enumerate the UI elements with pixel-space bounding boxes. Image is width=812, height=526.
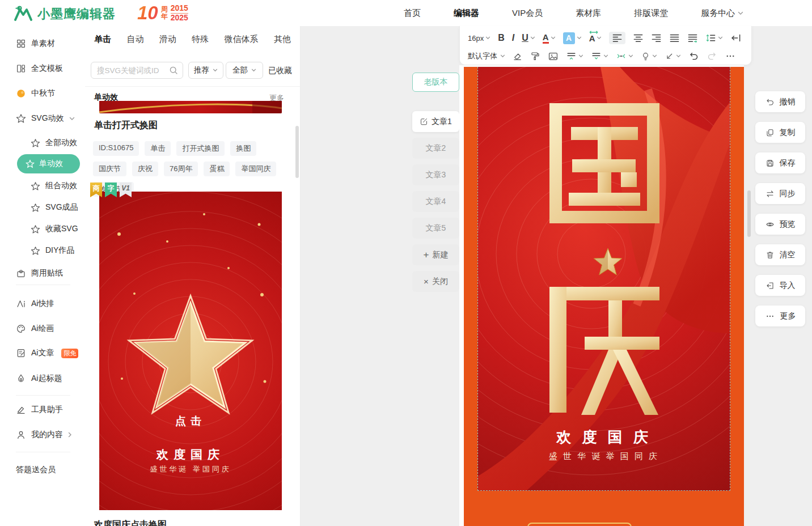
star-icon	[31, 138, 40, 148]
doc-tab-2[interactable]: 文章2	[412, 138, 459, 159]
sidebar-item-tool-assistant[interactable]: 工具助手	[16, 404, 63, 416]
sort-filter-select[interactable]: 推荐	[188, 62, 223, 79]
redo-button[interactable]	[707, 51, 717, 61]
justify-indent-button[interactable]	[687, 33, 698, 43]
app-logo-text[interactable]: 小墨鹰编辑器	[37, 6, 116, 23]
new-doc-button[interactable]: + 新建	[412, 244, 459, 265]
tag[interactable]: 换图	[230, 141, 256, 156]
sidebar-item-mid-autumn[interactable]: 中秋节	[16, 87, 55, 100]
sidebar-item-all-effects[interactable]: 全部动效	[31, 137, 77, 149]
search-icon[interactable]	[169, 66, 178, 75]
card2-poster-thumbnail[interactable]: 点击 欢度国庆 盛世华诞 举国同庆	[99, 192, 282, 510]
align-right-button[interactable]	[651, 33, 662, 43]
clear-action-button[interactable]: 清空	[755, 244, 805, 265]
preview-action-button[interactable]: 预览	[755, 214, 805, 235]
tab-click[interactable]: 单击	[94, 34, 111, 45]
category-filter-select[interactable]: 全部	[226, 62, 263, 79]
highlight-tip-button[interactable]	[641, 51, 657, 61]
copy-action-button[interactable]: 复制	[755, 122, 805, 143]
sidebar-item-single-effect-active[interactable]: 单动效	[17, 154, 80, 173]
left-sidebar: 单素材 全文模板 中秋节 SVG动效 全部动效	[0, 26, 86, 526]
sidebar-item-full-template[interactable]: 全文模板	[16, 62, 63, 75]
sidebar-item-ai-quick-layout[interactable]: Ai快排	[16, 298, 54, 310]
sidebar-item-my-content[interactable]: 我的内容	[16, 429, 72, 441]
corner-arrow-button[interactable]	[665, 52, 681, 61]
tab-slide[interactable]: 滑动	[159, 34, 176, 45]
nav-home[interactable]: 首页	[404, 8, 421, 19]
tag[interactable]: 庆祝	[132, 162, 158, 176]
nav-service-center[interactable]: 服务中心	[701, 8, 743, 19]
doc-tab-4[interactable]: 文章4	[412, 191, 459, 212]
sidebar-item-label: 中秋节	[31, 88, 55, 99]
bold-button[interactable]: B	[498, 33, 505, 43]
tag[interactable]: 打开式换图	[176, 141, 225, 156]
close-doc-button[interactable]: × 关闭	[412, 271, 459, 292]
undo-action-button[interactable]: 撤销	[755, 91, 805, 112]
align-center-button[interactable]	[633, 33, 644, 43]
sidebar-item-ai-title[interactable]: Ai起标题	[16, 372, 62, 385]
italic-button[interactable]: I	[512, 33, 514, 43]
both-side-indent-button[interactable]	[616, 52, 633, 61]
tag[interactable]: 国庆节	[93, 162, 126, 176]
sidebar-item-svg-effects[interactable]: SVG动效	[16, 112, 75, 125]
sidebar-item-single-material[interactable]: 单素材	[16, 37, 55, 50]
doc-tab-5[interactable]: 文章5	[412, 218, 459, 239]
sidebar-item-diy-works[interactable]: DIY作品	[31, 244, 74, 257]
more-action-button[interactable]: 更多	[755, 306, 805, 326]
insert-image-button[interactable]	[548, 52, 559, 61]
sidebar-item-fav-svg[interactable]: 收藏SVG	[31, 223, 78, 235]
panel-scrollbar[interactable]	[295, 126, 299, 178]
indent-button[interactable]	[730, 33, 741, 43]
align-left-button[interactable]	[609, 32, 625, 44]
vertical-spacing-button[interactable]	[566, 52, 583, 61]
more-tools-button[interactable]	[725, 51, 736, 61]
doc-tab-label: 文章4	[426, 197, 446, 207]
card1-title[interactable]: 单击打开式换图	[94, 120, 158, 132]
font-color-button[interactable]: A	[543, 33, 556, 44]
old-version-button[interactable]: 老版本	[412, 73, 459, 92]
national-day-poster[interactable]: 国 庆 欢 度 国 庆 盛 世 华 诞 举 国 同 庆	[477, 67, 730, 491]
sidebar-item-commercial-stickers[interactable]: 商用贴纸	[16, 267, 63, 279]
nav-vip[interactable]: VIP会员	[512, 8, 543, 19]
letter-spacing-button[interactable]: A	[589, 34, 602, 43]
tab-other[interactable]: 其他	[274, 34, 291, 45]
sidebar-item-svg-products[interactable]: SVG成品	[31, 201, 78, 214]
tag[interactable]: ID:S10675	[93, 141, 139, 156]
font-family-select[interactable]: 默认字体	[468, 51, 505, 61]
format-painter-button[interactable]	[530, 51, 540, 61]
tag[interactable]: 76周年	[164, 162, 198, 176]
card2-title[interactable]: 欢度国庆点击换图	[94, 519, 167, 526]
undo-button[interactable]	[688, 51, 699, 61]
align-justify-button[interactable]	[669, 33, 680, 43]
nav-editor[interactable]: 编辑器	[454, 8, 479, 19]
tag[interactable]: 蛋糕	[204, 162, 230, 176]
import-action-button[interactable]: 导入	[755, 275, 805, 296]
highlight-color-button[interactable]: A	[563, 32, 582, 44]
search-input[interactable]	[96, 66, 169, 75]
nav-material-library[interactable]: 素材库	[576, 8, 601, 19]
doc-tab-1[interactable]: 文章1	[412, 111, 459, 132]
clear-format-button[interactable]	[513, 51, 523, 61]
sync-action-button[interactable]: 同步	[755, 183, 805, 204]
editor-scrollbar[interactable]	[747, 190, 751, 237]
tab-wechat[interactable]: 微信体系	[225, 34, 259, 45]
nav-layout-course[interactable]: 排版课堂	[634, 8, 668, 19]
tab-auto[interactable]: 自动	[126, 34, 143, 45]
save-action-button[interactable]: 保存	[755, 152, 805, 173]
sidebar-item-combo-effects[interactable]: 组合动效	[31, 180, 77, 192]
underline-button[interactable]: U	[522, 33, 535, 43]
tag[interactable]: 单击	[145, 141, 171, 156]
sidebar-item-ai-article[interactable]: Ai文章 限免	[16, 347, 78, 359]
tag[interactable]: 举国同庆	[235, 162, 276, 176]
font-size-select[interactable]: 16px	[468, 34, 490, 43]
editor-canvas[interactable]: 国 庆 欢 度 国 庆 盛 世 华 诞 举 国 同 庆	[464, 67, 744, 526]
tab-special[interactable]: 特殊	[192, 34, 209, 45]
previous-card-image-sliver[interactable]	[99, 101, 282, 113]
sidebar-item-ai-painting[interactable]: Ai绘画	[16, 323, 54, 335]
line-height-button[interactable]	[705, 33, 723, 43]
paragraph-spacing-button[interactable]	[591, 52, 608, 61]
sidebar-item-quiz-membership[interactable]: 答题送会员	[16, 464, 56, 476]
sidebar-item-label: 收藏SVG	[45, 224, 78, 234]
doc-tab-3[interactable]: 文章3	[412, 164, 459, 185]
favorites-button[interactable]: 已收藏	[268, 66, 292, 76]
